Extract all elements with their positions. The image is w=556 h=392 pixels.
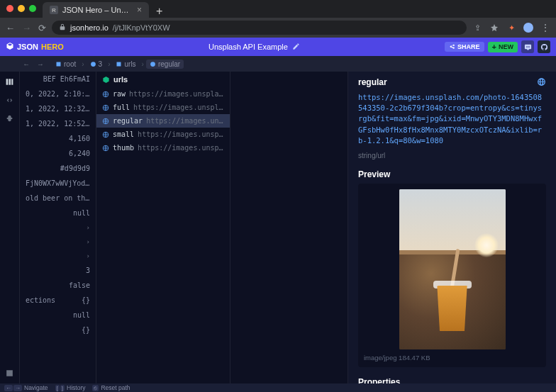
list-item[interactable]: › [20, 249, 96, 263]
svg-point-0 [91, 62, 96, 67]
inspector-panel: regular https://images.unsplash.com/phot… [348, 72, 556, 383]
list-item-regular[interactable]: regular https://images.unsplash.com… [96, 114, 230, 128]
breadcrumb-urls[interactable]: urls [112, 60, 139, 69]
column-header: urls [96, 72, 230, 87]
list-item-raw[interactable]: raw https://images.unsplash.com/ph… [96, 87, 230, 101]
footer-history[interactable]: [] History [55, 384, 86, 391]
inspector-url[interactable]: https://images.unsplash.com/photo-164350… [358, 92, 546, 146]
globe-icon [101, 117, 109, 125]
status-bar: ←→ Navigate [] History ⎋ Reset path [0, 383, 556, 392]
column-ancestors: BEF_Eh6FmAI0, 2022, 2:10:14 AM1, 2022, 1… [20, 72, 96, 383]
browser-urlbar: ← → ⟳ jsonhero.io/j/tJlKnpVtY0XW ⇪ ✦ ⋮ [0, 18, 556, 38]
window-controls[interactable] [6, 5, 36, 12]
list-item[interactable]: 0, 2022, 2:10:14 AM [20, 86, 96, 101]
back-button[interactable]: ← [6, 23, 15, 33]
tab-title: JSON Hero – Unsplash API Ex… [62, 6, 133, 14]
url-host: jsonhero.io [70, 23, 109, 32]
list-item[interactable]: null [20, 206, 96, 220]
list-item[interactable]: 1, 2022, 12:52:01 PM [20, 116, 96, 131]
preview-heading: Preview [358, 169, 546, 179]
share-button[interactable]: SHARE [445, 42, 484, 52]
menu-icon[interactable]: ⋮ [540, 23, 550, 33]
forward-button[interactable]: → [22, 23, 31, 33]
globe-icon [101, 130, 109, 138]
breadcrumb-index[interactable]: 3 [87, 60, 106, 69]
lock-icon [59, 23, 66, 32]
list-item[interactable]: BEF_Eh6FmAI [20, 72, 96, 86]
left-rail [0, 72, 20, 383]
address-bar[interactable]: jsonhero.io/j/tJlKnpVtY0XW [52, 21, 467, 35]
favicon-icon: R [50, 6, 58, 14]
browser-tab[interactable]: R JSON Hero – Unsplash API Ex… × [43, 2, 149, 18]
svg-point-1 [150, 62, 155, 67]
column-urls: urls raw https://images.unsplash.com/ph…… [96, 72, 230, 383]
list-item[interactable]: 1, 2022, 12:32:02 PM [20, 101, 96, 116]
preview-image[interactable] [399, 189, 506, 349]
profile-avatar[interactable] [523, 23, 533, 33]
list-item[interactable]: FjN0WX7wWVjYod9Ga#a [20, 176, 96, 191]
list-item[interactable]: 4,160 [20, 131, 96, 146]
list-item[interactable]: #d9d9d9 [20, 161, 96, 176]
list-item[interactable]: null [20, 308, 96, 323]
extensions-icon[interactable]: ✦ [506, 23, 516, 33]
edit-icon[interactable] [292, 43, 300, 52]
url-path: /j/tJlKnpVtY0XW [113, 23, 170, 32]
rail-export-icon[interactable] [4, 366, 16, 379]
cube-icon [6, 42, 14, 52]
close-icon[interactable]: × [137, 5, 142, 15]
globe-icon [101, 103, 109, 111]
list-item[interactable]: {} [20, 323, 96, 337]
new-button[interactable]: + NEW [488, 42, 518, 52]
reload-button[interactable]: ⟳ [38, 23, 46, 33]
app-header: JSONHERO Unsplash API Example SHARE + NE… [0, 38, 556, 56]
list-item-thumb[interactable]: thumb https://images.unsplash.com/… [96, 141, 230, 155]
image-meta: image/jpeg 184.47 KB [364, 354, 430, 362]
column-leaf [230, 72, 348, 383]
breadcrumb-back[interactable]: ← [20, 60, 33, 69]
new-tab-button[interactable]: + [149, 5, 169, 18]
footer-navigate[interactable]: ←→ Navigate [4, 384, 48, 391]
browser-tabbar: R JSON Hero – Unsplash API Ex… × + [0, 0, 556, 18]
inspector-title: regular [358, 77, 387, 87]
footer-reset[interactable]: ⎋ Reset path [92, 384, 130, 391]
preview-box: image/jpeg 184.47 KB [358, 184, 546, 367]
document-title: Unsplash API Example [208, 43, 288, 51]
inspector-type: string/url [358, 152, 546, 159]
globe-icon[interactable] [537, 77, 546, 88]
list-item[interactable]: false [20, 278, 96, 293]
properties-heading: Properties [358, 377, 546, 383]
breadcrumb-regular[interactable]: regular [146, 60, 184, 69]
globe-icon [101, 144, 109, 152]
list-item[interactable]: ections{} [20, 293, 96, 308]
rail-tree-icon[interactable] [4, 112, 16, 125]
breadcrumb: ← → root › 3 › urls › regular [0, 56, 556, 72]
list-item-small[interactable]: small https://images.unsplash.com/p… [96, 128, 230, 141]
send-icon[interactable]: ⇪ [472, 23, 482, 33]
breadcrumb-forward[interactable]: → [34, 60, 47, 69]
breadcrumb-root[interactable]: root [52, 60, 79, 69]
discord-icon[interactable] [521, 40, 534, 53]
list-item[interactable]: 3 [20, 263, 96, 278]
list-item-full[interactable]: full https://images.unsplash.com/ph… [96, 101, 230, 114]
rail-code-icon[interactable] [4, 94, 16, 106]
list-item[interactable]: 6,240 [20, 146, 96, 161]
list-item[interactable]: › [20, 220, 96, 235]
app-logo[interactable]: JSONHERO [6, 42, 64, 52]
bookmark-icon[interactable] [489, 23, 499, 33]
globe-icon [101, 90, 109, 98]
github-icon[interactable] [538, 40, 550, 53]
rail-columns-icon[interactable] [4, 75, 16, 88]
list-item[interactable]: old beer on the beach [20, 191, 96, 206]
list-item[interactable]: › [20, 235, 96, 249]
